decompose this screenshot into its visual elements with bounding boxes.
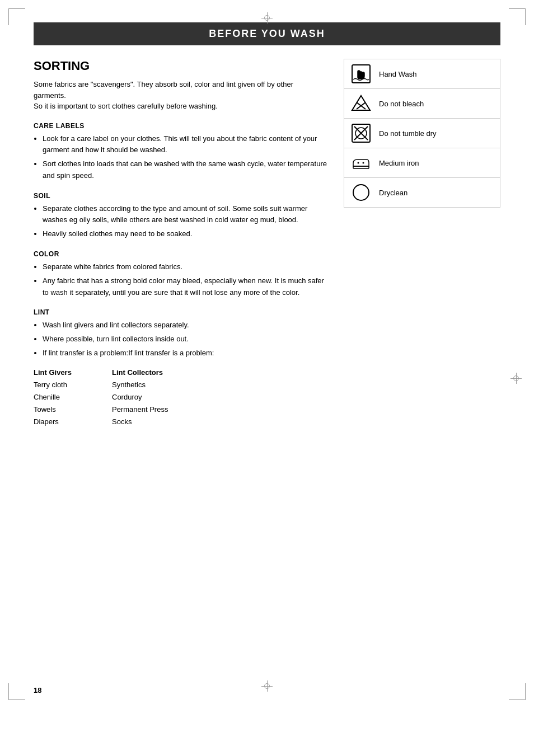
dryclean-label: Dryclean	[379, 189, 407, 197]
svg-marker-1	[352, 96, 370, 110]
lint-givers-item-1: Terry cloth	[34, 379, 112, 391]
care-row-iron: Medium iron	[344, 148, 500, 178]
color-section: COLOR Separate white fabrics from colore…	[34, 250, 327, 298]
medium-iron-label: Medium iron	[379, 159, 419, 167]
page-header: BEFORE YOU WASH	[34, 22, 500, 45]
care-labels-title: CARE LABELS	[34, 122, 327, 130]
reg-mark-tr	[509, 8, 526, 25]
lint-collectors-col: Lint Collectors Synthetics Corduroy Perm…	[112, 368, 190, 428]
lint-givers-item-2: Chenille	[34, 391, 112, 403]
care-labels-list: Look for a care label on your clothes. T…	[43, 133, 327, 182]
hand-wash-icon	[350, 63, 372, 85]
no-tumble-label: Do not tumble dry	[379, 129, 437, 138]
reg-mark-bl	[8, 683, 25, 700]
care-row-tumble: Do not tumble dry	[344, 119, 500, 148]
soil-item-1: Separate clothes according to the type a…	[43, 203, 327, 227]
lint-givers-col: Lint Givers Terry cloth Chenille Towels …	[34, 368, 112, 428]
soil-list: Separate clothes according to the type a…	[43, 203, 327, 240]
left-column: SORTING Some fabrics are "scavengers". T…	[34, 59, 327, 438]
lint-givers-item-3: Towels	[34, 403, 112, 416]
care-row-dryclean: Dryclean	[344, 178, 500, 207]
lint-collectors-item-1: Synthetics	[112, 379, 190, 391]
color-title: COLOR	[34, 250, 327, 258]
lint-item-3: If lint transfer is a problem:If lint tr…	[43, 348, 327, 359]
lint-item-1: Wash lint givers and lint collectors sep…	[43, 320, 327, 331]
color-item-1: Separate white fabrics from colored fabr…	[43, 261, 327, 273]
no-tumble-icon	[350, 122, 372, 144]
care-row-bleach: Do not bleach	[344, 89, 500, 119]
page-title: BEFORE YOU WASH	[209, 28, 325, 39]
lint-title: LINT	[34, 308, 327, 316]
svg-point-10	[363, 162, 364, 164]
page-number: 18	[34, 686, 41, 694]
lint-givers-header: Lint Givers	[34, 368, 112, 377]
svg-point-11	[353, 185, 369, 200]
hand-wash-label: Hand Wash	[379, 70, 416, 78]
lint-collectors-item-3: Permanent Press	[112, 403, 190, 416]
svg-point-9	[358, 162, 359, 164]
medium-iron-icon	[350, 152, 372, 174]
crosshair-bottom	[261, 680, 273, 692]
color-list: Separate white fabrics from colored fabr…	[43, 261, 327, 298]
reg-mark-tl	[8, 8, 25, 25]
care-labels-section: CARE LABELS Look for a care label on you…	[34, 122, 327, 182]
care-row-hand-wash: Hand Wash	[344, 59, 500, 89]
section-title: SORTING	[34, 59, 327, 73]
lint-section: LINT Wash lint givers and lint collector…	[34, 308, 327, 428]
lint-list: Wash lint givers and lint collectors sep…	[43, 320, 327, 359]
soil-section: SOIL Separate clothes according to the t…	[34, 192, 327, 240]
page: BEFORE YOU WASH SORTING Some fabrics are…	[0, 0, 534, 756]
main-content: SORTING Some fabrics are "scavengers". T…	[34, 59, 500, 438]
lint-collectors-header: Lint Collectors	[112, 368, 190, 377]
lint-givers-item-4: Diapers	[34, 416, 112, 428]
care-labels-item-1: Look for a care label on your clothes. T…	[43, 133, 327, 157]
soil-title: SOIL	[34, 192, 327, 200]
svg-rect-8	[353, 166, 369, 168]
soil-item-2: Heavily soiled clothes may need to be so…	[43, 228, 327, 240]
lint-collectors-item-4: Socks	[112, 416, 190, 428]
intro-text: Some fabrics are "scavengers". They abso…	[34, 79, 327, 112]
crosshair-top	[261, 12, 273, 24]
care-symbols-table: Hand Wash Do not bleach	[344, 59, 500, 208]
crosshair-right	[510, 373, 522, 384]
lint-collectors-item-2: Corduroy	[112, 391, 190, 403]
color-item-2: Any fabric that has a strong bold color …	[43, 275, 327, 299]
right-column: Hand Wash Do not bleach	[344, 59, 500, 438]
care-labels-item-2: Sort clothes into loads that can be wash…	[43, 158, 327, 182]
dryclean-icon	[350, 181, 372, 204]
no-bleach-label: Do not bleach	[379, 100, 424, 108]
lint-item-2: Where possible, turn lint collectors ins…	[43, 334, 327, 345]
no-bleach-icon	[350, 92, 372, 115]
reg-mark-br	[509, 683, 526, 700]
lint-lists: Lint Givers Terry cloth Chenille Towels …	[34, 368, 327, 428]
